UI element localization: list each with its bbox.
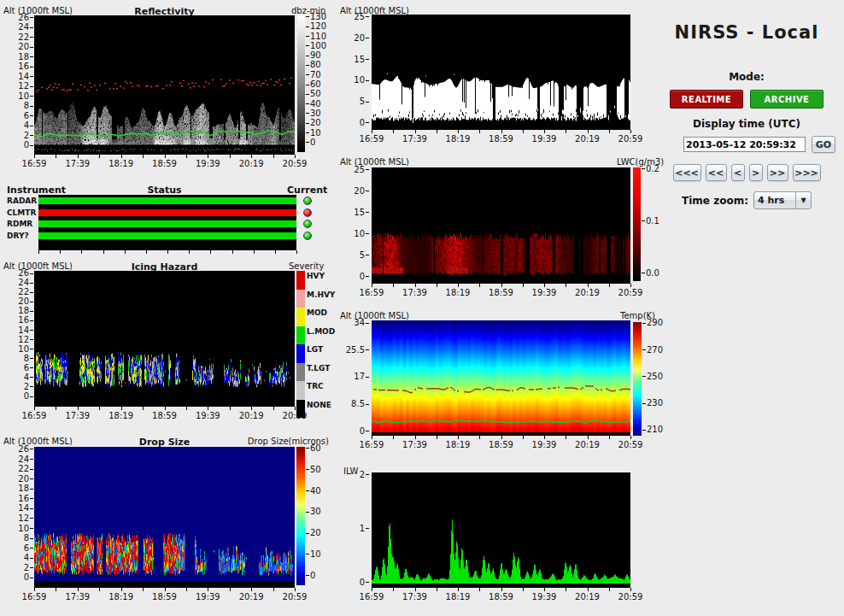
x-tick-label: 16:59: [360, 592, 384, 601]
nirss-app: Alt (1000ft MSL) Reflectivity dbz-min 26…: [0, 0, 844, 616]
x-tick: [186, 155, 187, 158]
y-tick-label: 24: [18, 23, 33, 32]
x-tick: [189, 250, 190, 254]
y-tick-label: 10: [354, 76, 369, 85]
icing-y-axis: 26242220181614121086420: [3, 271, 33, 407]
x-tick-label: 18:59: [489, 592, 513, 601]
x-tick-label: 20:19: [239, 411, 264, 420]
x-tick: [415, 284, 416, 287]
x-tick: [295, 407, 296, 410]
status-indicator-alarm: [303, 208, 312, 217]
y-tick-label: 2: [24, 383, 33, 391]
chevron-down-icon[interactable]: ▼: [795, 192, 811, 208]
ilw-y-axis: 210: [349, 472, 369, 588]
x-tick-label: 20:59: [283, 592, 308, 601]
x-tick: [458, 130, 459, 133]
x-tick: [458, 588, 459, 591]
severity-segment: [296, 363, 305, 382]
y-tick-label: 12: [18, 514, 33, 523]
display-time-label: Display time (UTC): [649, 118, 844, 130]
severity-segment: [296, 290, 305, 308]
x-tick-label: 20:59: [618, 288, 643, 297]
x-tick: [544, 284, 545, 287]
status-indicator-ok: [303, 197, 312, 205]
archive-button[interactable]: ARCHIVE: [750, 90, 823, 109]
x-tick: [38, 250, 39, 254]
x-tick: [501, 588, 502, 591]
x-tick: [143, 155, 144, 158]
mode-label: Mode:: [649, 71, 844, 83]
y-tick-label: 16: [18, 62, 33, 71]
y-tick-label: 20: [18, 43, 33, 51]
x-tick: [523, 284, 524, 287]
x-tick: [630, 436, 631, 439]
colorbar-tick-label: 20: [306, 119, 321, 127]
x-tick: [523, 130, 524, 133]
realtime-button[interactable]: REALTIME: [670, 90, 743, 109]
status-bar-rdmr: [38, 220, 296, 227]
x-tick-label: 18:59: [152, 159, 177, 168]
x-tick: [415, 130, 416, 133]
x-tick: [372, 130, 372, 133]
severity-label: MOD: [307, 308, 327, 317]
nav-forward-button[interactable]: >>: [767, 164, 788, 181]
x-tick: [588, 284, 589, 287]
go-button[interactable]: GO: [812, 136, 835, 153]
nav-buttons-row: <<< << < > >> >>>: [649, 164, 844, 181]
severity-label: M.HVY: [307, 290, 335, 299]
x-tick: [458, 284, 459, 287]
x-tick-label: 20:19: [575, 134, 600, 144]
x-tick: [251, 588, 252, 591]
x-tick-label: 18:19: [446, 592, 471, 601]
x-tick: [523, 588, 524, 591]
display-time-input[interactable]: [683, 137, 806, 152]
severity-segment: [296, 326, 305, 345]
nav-step-forward-button[interactable]: >: [749, 164, 763, 181]
x-tick-label: 18:59: [489, 134, 513, 144]
status-row-label: DRY?: [7, 232, 29, 240]
app-title: NIRSS - Local: [649, 22, 844, 43]
y-tick-label: 14: [18, 73, 33, 81]
nav-step-back-button[interactable]: <: [731, 164, 745, 181]
colorbar-tick-label: 20: [306, 529, 321, 537]
x-tick-label: 18:19: [108, 159, 133, 168]
control-panel: NIRSS - Local Mode: REALTIME ARCHIVE Dis…: [649, 0, 844, 616]
x-tick: [56, 407, 56, 410]
x-tick-label: 20:19: [575, 592, 600, 601]
temp-plot: [372, 320, 630, 436]
x-tick-label: 20:59: [283, 159, 308, 168]
x-tick-label: 17:39: [402, 440, 427, 449]
x-tick: [458, 436, 459, 439]
dropsize-x-axis: 16:5917:3918:1918:5919:3920:1920:59: [34, 588, 295, 603]
severity-label: HVY: [307, 272, 325, 280]
reflectivity-y-axis: 26242220181614121086420: [3, 15, 33, 155]
colorbar-tick-label: 60: [306, 80, 321, 89]
x-tick: [121, 588, 122, 591]
nav-back-button[interactable]: <<: [706, 164, 727, 181]
dropsize-colorbar-ticks: 6050403020100: [306, 447, 331, 585]
lwc-alt-label: Alt (1000ft MSL): [340, 157, 409, 167]
x-tick: [609, 284, 610, 287]
y-tick-label: 15: [354, 208, 369, 217]
x-tick: [81, 250, 82, 254]
x-tick: [165, 588, 166, 591]
status-row-label: RDMR: [7, 220, 32, 228]
nav-fast-forward-button[interactable]: >>>: [793, 164, 821, 181]
y-tick-label: 12: [18, 336, 33, 344]
x-tick-label: 20:19: [239, 592, 264, 601]
y-tick-label: 34: [354, 319, 369, 327]
x-tick: [296, 250, 297, 254]
x-tick: [60, 250, 61, 254]
lwc-plot: [372, 167, 630, 284]
colorbar-tick-label: 30: [306, 109, 321, 118]
colorbar-tick-label: 40: [306, 487, 321, 496]
nav-fast-back-button[interactable]: <<<: [673, 164, 701, 181]
x-tick-label: 18:59: [489, 288, 513, 297]
status-bars-box: [38, 195, 296, 250]
time-zoom-select[interactable]: 4 hrs ▼: [753, 191, 812, 209]
y-tick-label: 20: [354, 34, 369, 43]
x-tick-label: 20:19: [575, 288, 600, 297]
status-row-label: RADAR: [7, 197, 37, 205]
y-tick-label: 22: [18, 465, 33, 473]
x-tick: [34, 407, 35, 410]
